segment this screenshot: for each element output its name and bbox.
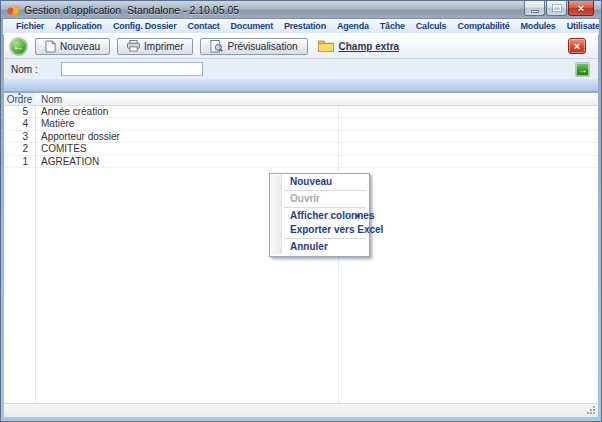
name-filter-label: Nom : — [11, 64, 38, 75]
title-bar[interactable]: Gestion d'application Standalone - 2.10.… — [1, 1, 601, 19]
menu-config-dossier[interactable]: Config. Dossier — [110, 21, 180, 31]
champ-extra-link[interactable]: Champ extra — [339, 41, 400, 52]
menu-utilisateur[interactable]: Utilisateur — [564, 21, 599, 31]
menu-tache[interactable]: Tâche — [377, 21, 408, 31]
close-window-button[interactable]: × — [568, 1, 594, 16]
new-document-icon — [45, 40, 56, 53]
app-icon — [6, 3, 20, 17]
context-menu: Nouveau Ouvrir Afficher colonnes ► Expor… — [269, 173, 370, 257]
cell-ordre: 4 — [4, 118, 35, 129]
close-view-button[interactable]: × — [568, 38, 586, 54]
menu-agenda[interactable]: Agenda — [334, 21, 372, 31]
menu-modules[interactable]: Modules — [518, 21, 559, 31]
print-button[interactable]: Imprimer — [117, 38, 193, 55]
menu-fichier[interactable]: Fichier — [13, 21, 47, 31]
window-title: Gestion d'application Standalone - 2.10.… — [24, 4, 239, 16]
back-arrow-icon: ← — [13, 39, 25, 53]
go-arrow-icon: → — [578, 64, 588, 75]
cell-ordre: 2 — [4, 143, 35, 154]
folder-icon — [318, 40, 334, 52]
context-menu-item-annuler[interactable]: Annuler — [271, 240, 368, 254]
new-button[interactable]: Nouveau — [35, 38, 110, 55]
submenu-arrow-icon: ► — [355, 209, 362, 223]
maximize-icon — [553, 5, 561, 11]
cell-nom: Apporteur dossier — [35, 131, 338, 142]
close-view-icon: × — [574, 40, 580, 52]
grid-header: ▲ Ordre Nom — [4, 93, 598, 106]
cell-nom: Année création — [35, 106, 338, 117]
column-header-nom-label: Nom — [41, 94, 62, 105]
menu-contact[interactable]: Contact — [184, 21, 222, 31]
context-menu-item-exporter-excel[interactable]: Exporter vers Excel — [271, 223, 368, 237]
cell-nom: Matière — [35, 118, 338, 129]
table-row[interactable]: 3 Apporteur dossier — [4, 131, 598, 143]
minimize-button[interactable] — [524, 1, 545, 16]
back-button[interactable]: ← — [9, 37, 28, 56]
menu-application[interactable]: Application — [52, 21, 105, 31]
preview-button-label: Prévisualisation — [227, 41, 297, 52]
application-window: Gestion d'application Standalone - 2.10.… — [0, 0, 602, 422]
name-filter-input[interactable] — [61, 62, 203, 76]
column-divider — [35, 93, 36, 403]
cell-ordre: 3 — [4, 131, 35, 142]
toolbar: ← Nouveau Imprimer Prévisualisation — [4, 34, 598, 59]
context-menu-item-nouveau[interactable]: Nouveau — [271, 175, 368, 189]
column-header-nom[interactable]: Nom — [35, 93, 338, 105]
champ-extra-group: Champ extra — [318, 40, 400, 52]
menu-bar: Fichier Application Config. Dossier Cont… — [3, 19, 599, 34]
preview-icon — [210, 40, 223, 53]
menu-separator — [284, 190, 366, 191]
header-gradient-band — [4, 79, 598, 92]
cell-nom: AGREATION — [35, 156, 338, 167]
menu-separator — [284, 207, 366, 208]
maximize-button[interactable] — [546, 1, 567, 16]
preview-button[interactable]: Prévisualisation — [200, 38, 307, 55]
menu-document[interactable]: Document — [228, 21, 276, 31]
table-row[interactable]: 5 Année création — [4, 106, 598, 118]
context-menu-item-afficher-colonnes[interactable]: Afficher colonnes ► — [271, 209, 368, 223]
menu-comptabilite[interactable]: Comptabilité — [454, 21, 512, 31]
cell-ordre: 1 — [4, 156, 35, 167]
close-icon: × — [578, 2, 584, 15]
menu-separator — [284, 238, 366, 239]
table-row[interactable]: 2 COMITES — [4, 143, 598, 155]
sort-ascending-icon: ▲ — [17, 93, 22, 96]
new-button-label: Nouveau — [60, 41, 100, 52]
column-header-ordre[interactable]: ▲ Ordre — [4, 93, 35, 105]
context-menu-item-ouvrir: Ouvrir — [271, 192, 368, 206]
print-button-label: Imprimer — [144, 41, 183, 52]
menu-calculs[interactable]: Calculs — [413, 21, 450, 31]
table-row[interactable]: 1 AGREATION — [4, 156, 598, 168]
printer-icon — [127, 40, 140, 52]
cell-nom: COMITES — [35, 143, 338, 154]
caption-buttons: × — [523, 1, 594, 16]
filter-row: Nom : → — [4, 59, 598, 79]
table-row[interactable]: 4 Matière — [4, 118, 598, 130]
cell-ordre: 5 — [4, 106, 35, 117]
search-go-button[interactable]: → — [575, 62, 590, 77]
resize-grip[interactable] — [587, 406, 596, 415]
status-bar — [4, 403, 598, 417]
minimize-icon — [531, 10, 539, 13]
menu-prestation[interactable]: Prestation — [281, 21, 329, 31]
column-header-filler — [338, 93, 598, 105]
